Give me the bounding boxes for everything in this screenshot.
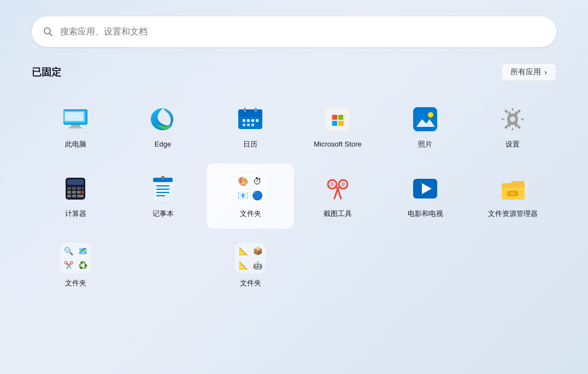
svg-rect-40 [72, 195, 76, 197]
svg-rect-17 [247, 124, 250, 126]
svg-line-56 [334, 189, 338, 198]
svg-rect-11 [238, 113, 262, 117]
app-folder3[interactable]: 📐 📦 📐 🤖 文件夹 [207, 233, 294, 298]
svg-rect-49 [162, 177, 164, 179]
folder2-mini-4: ♻️ [76, 259, 89, 272]
app-calendar[interactable]: 日历 [207, 94, 294, 159]
app-snipping[interactable]: 截图工具 [294, 163, 381, 229]
explorer-icon [497, 173, 528, 204]
folder2-mini-2: 🗺️ [76, 244, 89, 258]
edge-icon [148, 104, 178, 135]
snipping-icon [322, 173, 353, 204]
app-explorer[interactable]: 文件资源管理器 [469, 163, 556, 229]
app-label-this-pc: 此电脑 [65, 140, 86, 149]
svg-rect-21 [326, 107, 350, 131]
folder1-mini-4: 🔵 [251, 189, 264, 202]
all-apps-button[interactable]: 所有应用 › [501, 63, 556, 81]
folder3-mini-2: 📦 [251, 244, 264, 258]
search-input[interactable] [60, 27, 545, 37]
svg-rect-31 [67, 187, 71, 190]
svg-point-27 [428, 112, 433, 118]
app-label-explorer: 文件资源管理器 [488, 209, 538, 219]
svg-point-53 [341, 182, 345, 186]
this-pc-icon [60, 104, 91, 135]
svg-rect-13 [247, 119, 250, 122]
search-icon [43, 26, 54, 37]
apps-row-1: 此电脑 [32, 94, 556, 159]
svg-point-52 [330, 182, 334, 186]
app-label-photos: 照片 [418, 140, 432, 149]
app-ms-store[interactable]: Microsoft Store [294, 94, 381, 159]
svg-rect-38 [82, 191, 84, 194]
app-calculator[interactable]: 计算器 [32, 163, 119, 229]
app-label-snipping: 截图工具 [324, 209, 352, 219]
apps-row-3: 🔍 🗺️ ✂️ ♻️ 文件夹 📐 📦 📐 🤖 文件夹 [32, 233, 556, 298]
svg-rect-6 [65, 112, 84, 121]
photos-icon [410, 104, 440, 135]
app-folder2[interactable]: 🔍 🗺️ ✂️ ♻️ 文件夹 [32, 233, 119, 298]
svg-rect-35 [67, 191, 71, 194]
svg-rect-46 [156, 192, 169, 193]
svg-line-57 [338, 189, 341, 198]
svg-rect-19 [244, 108, 246, 112]
folder1-icon: 🎨 ⏱ 📧 🔵 [235, 173, 266, 204]
app-label-notepad: 记事本 [152, 209, 174, 219]
chevron-right-icon: › [544, 68, 547, 77]
folder2-icon: 🔍 🗺️ ✂️ ♻️ [60, 243, 91, 273]
svg-rect-8 [69, 127, 82, 128]
folder3-mini-4: 🤖 [251, 259, 264, 272]
settings-icon [497, 104, 528, 135]
svg-rect-61 [510, 192, 515, 195]
search-bar[interactable] [32, 16, 556, 47]
folder1-mini-2: ⏱ [251, 175, 264, 188]
svg-rect-44 [156, 185, 169, 186]
app-label-edge: Edge [155, 140, 171, 149]
svg-rect-22 [332, 115, 337, 120]
svg-rect-12 [243, 119, 245, 122]
folder1-mini-3: 📧 [237, 189, 250, 202]
svg-rect-15 [256, 119, 258, 122]
main-content: 已固定 所有应用 › 此电脑 [32, 63, 556, 302]
svg-rect-41 [77, 195, 84, 197]
svg-rect-39 [67, 195, 71, 197]
app-label-settings: 设置 [505, 140, 520, 149]
folder3-mini-3: 📐 [237, 259, 250, 272]
folder1-mini-1: 🎨 [237, 175, 250, 188]
app-label-calendar: 日历 [243, 140, 257, 149]
section-header: 已固定 所有应用 › [32, 63, 556, 81]
notepad-icon [148, 173, 178, 204]
svg-rect-32 [72, 187, 76, 190]
calculator-icon [60, 173, 91, 204]
svg-rect-14 [251, 119, 254, 122]
app-movies[interactable]: 电影和电视 [381, 163, 469, 229]
svg-rect-30 [67, 179, 84, 185]
folder2-mini-1: 🔍 [62, 244, 75, 258]
app-label-folder3: 文件夹 [240, 279, 261, 288]
svg-line-1 [50, 33, 52, 36]
app-label-folder1: 文件夹 [240, 209, 261, 219]
app-edge[interactable]: Edge [119, 94, 207, 159]
svg-rect-47 [156, 195, 165, 196]
app-this-pc[interactable]: 此电脑 [32, 94, 119, 159]
svg-rect-36 [72, 191, 76, 194]
folder2-mini-3: ✂️ [62, 259, 75, 272]
svg-rect-37 [77, 191, 81, 194]
ms-store-icon [322, 104, 353, 135]
app-label-movies: 电影和电视 [408, 209, 443, 219]
svg-point-28 [510, 116, 515, 122]
calendar-icon [235, 104, 266, 135]
app-photos[interactable]: 照片 [381, 94, 469, 159]
svg-rect-25 [338, 121, 343, 126]
app-notepad[interactable]: 记事本 [119, 163, 207, 229]
movies-icon [410, 173, 440, 204]
svg-rect-18 [251, 124, 254, 126]
all-apps-label: 所有应用 [510, 67, 541, 77]
svg-rect-16 [243, 124, 245, 126]
app-settings[interactable]: 设置 [469, 94, 556, 159]
app-label-calculator: 计算器 [65, 209, 86, 219]
svg-rect-7 [71, 125, 80, 127]
svg-rect-26 [413, 107, 437, 131]
app-folder1[interactable]: 🎨 ⏱ 📧 🔵 文件夹 [207, 163, 294, 229]
svg-rect-45 [156, 189, 169, 190]
section-title: 已固定 [32, 66, 61, 79]
